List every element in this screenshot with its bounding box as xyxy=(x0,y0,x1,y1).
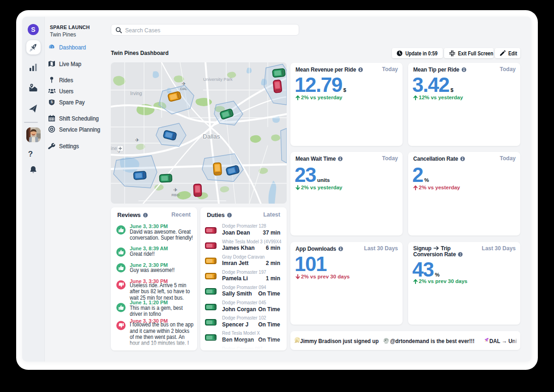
svg-text:Irving: Irving xyxy=(130,90,142,96)
svg-text:✈: ✈ xyxy=(181,81,186,86)
svg-text:University Park: University Park xyxy=(203,77,233,82)
svg-text:RBD: RBD xyxy=(172,193,180,197)
svg-text:✈: ✈ xyxy=(173,187,177,193)
svg-text:DAL: DAL xyxy=(180,87,187,91)
svg-text:Dallas: Dallas xyxy=(203,133,220,140)
svg-text:ine: ine xyxy=(111,146,117,151)
svg-text:✈: ✈ xyxy=(135,137,139,143)
